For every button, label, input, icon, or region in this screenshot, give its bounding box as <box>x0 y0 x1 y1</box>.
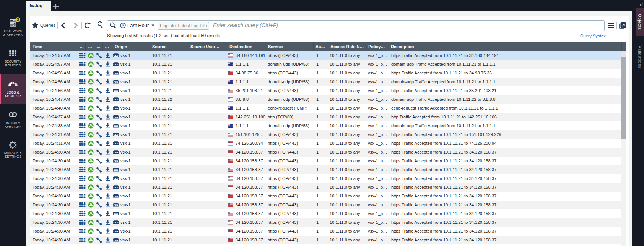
svg-text:A: A <box>100 25 103 29</box>
